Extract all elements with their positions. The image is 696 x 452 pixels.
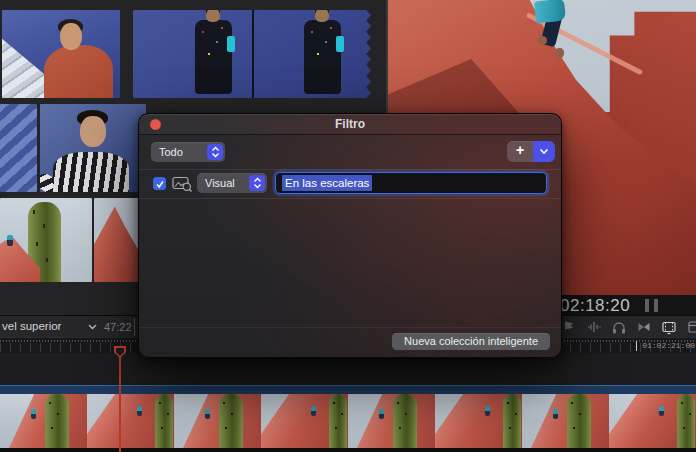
separator — [139, 169, 561, 170]
new-smart-collection-button[interactable]: Nueva colección inteligente — [392, 333, 550, 350]
clip-thumbnail[interactable] — [0, 198, 92, 282]
clip-appearance-icon[interactable] — [661, 319, 677, 335]
ruler-timecode: 01:02:21:00 — [636, 341, 695, 351]
chevron-down-icon[interactable] — [88, 324, 97, 330]
visual-media-icon — [172, 176, 193, 192]
filter-dialog: Filtro Todo + Visual — [138, 113, 562, 358]
index-icon[interactable] — [686, 319, 696, 335]
popup-stepper-icon — [207, 144, 223, 160]
dialog-titlebar[interactable]: Filtro — [139, 114, 561, 135]
popup-stepper-icon — [249, 175, 265, 191]
viewer-timecode: 02:18:20 — [560, 296, 630, 316]
clip-thumbnail[interactable] — [0, 104, 37, 192]
add-rule-menu-button[interactable] — [533, 141, 555, 162]
clip-thumbnail[interactable] — [2, 10, 120, 98]
playhead-line[interactable] — [119, 347, 121, 452]
clip-thumbnail[interactable] — [133, 10, 371, 98]
close-button[interactable] — [150, 119, 161, 130]
rule-type-value: Visual — [197, 177, 249, 189]
filter-text-input[interactable]: En las escaleras — [275, 172, 547, 194]
separator — [139, 327, 561, 328]
viewer-person — [533, 0, 575, 60]
scope-popup[interactable]: Todo — [151, 142, 225, 162]
project-breadcrumb[interactable]: vel superior — [2, 320, 61, 332]
clip-thumbnail[interactable] — [40, 104, 146, 192]
timeline-clip[interactable] — [0, 394, 696, 448]
selected-text: En las escaleras — [282, 175, 372, 191]
pause-icon — [645, 299, 658, 312]
add-rule-control: + — [507, 141, 555, 162]
app-window: 02:18:20 vel superior 47:22 01:02:21:00 — [0, 0, 696, 452]
flag-icon[interactable] — [561, 319, 577, 335]
add-rule-button[interactable]: + — [507, 141, 533, 162]
chevron-down-icon — [539, 148, 549, 155]
rule-checkbox[interactable] — [153, 177, 166, 190]
dialog-title: Filtro — [139, 114, 561, 135]
project-duration: 47:22 — [104, 321, 132, 333]
rule-type-popup[interactable]: Visual — [197, 173, 267, 193]
transition-icon[interactable] — [636, 319, 652, 335]
headphones-icon[interactable] — [611, 319, 627, 335]
scope-popup-value: Todo — [151, 146, 207, 158]
clip-lane-bottom — [0, 448, 696, 452]
separator — [139, 198, 561, 199]
clip-lane-bar[interactable] — [0, 385, 696, 394]
pane-edge — [134, 318, 135, 336]
checkmark-icon — [155, 179, 165, 189]
audio-waveform-icon[interactable] — [586, 319, 602, 335]
